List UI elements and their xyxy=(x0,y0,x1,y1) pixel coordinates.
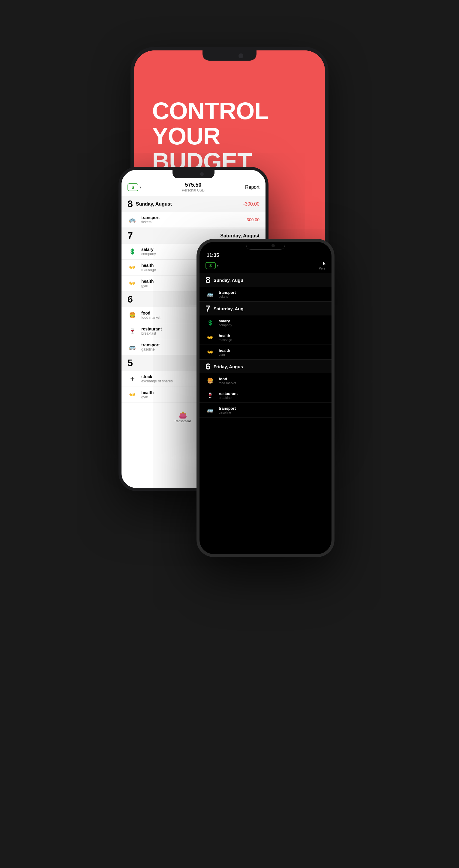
wallet-icon: 👛 xyxy=(179,411,187,419)
dark-health-icon: 👐 xyxy=(205,333,215,342)
camera-light xyxy=(200,172,204,176)
dark-day-label-8: Sunday, Augu xyxy=(214,278,243,283)
dark-transaction-item: 👐 health massage xyxy=(199,330,331,345)
dark-txn-details: transport tickets xyxy=(219,290,326,298)
dark-txn-details: transport gasoline xyxy=(219,406,326,414)
transport-icon: 🚌 xyxy=(128,342,137,352)
dark-txn-category: transport xyxy=(219,290,326,295)
stock-icon: ＋ xyxy=(128,374,137,383)
dark-date-header-8: 8 Sunday, Augu xyxy=(199,273,331,287)
dark-txn-category: food xyxy=(219,377,326,381)
side-btn-left2-dark xyxy=(197,308,197,329)
day-total-8: -300.00 xyxy=(243,202,260,207)
dark-day-number-6: 6 xyxy=(205,361,210,372)
headline: CONTROL YOUR BUDGET xyxy=(152,98,269,174)
dark-transaction-item: 👐 health gym xyxy=(199,345,331,360)
dark-transaction-item: 🚌 transport tickets xyxy=(199,287,331,302)
txn-subcategory: tickets xyxy=(141,220,245,224)
nav-transactions[interactable]: 👛 Transactions xyxy=(174,411,191,423)
dark-txn-details: food food market xyxy=(219,377,326,385)
dark-txn-subcategory: tickets xyxy=(219,295,326,298)
health-gym2-icon: 👐 xyxy=(128,390,137,400)
dark-txn-category: health xyxy=(219,348,326,353)
day-number-5: 5 xyxy=(128,358,133,369)
dark-currency-button[interactable]: $ ▾ xyxy=(205,262,219,269)
headline-line1: CONTROL xyxy=(152,98,269,124)
txn-category: transport xyxy=(141,215,245,220)
dark-chevron-down-icon: ▾ xyxy=(217,264,219,268)
side-btn-left1-bg xyxy=(131,98,132,111)
dark-txn-category: transport xyxy=(219,406,326,411)
dark-transaction-list: 8 Sunday, Augu 🚌 transport tickets 7 Sat… xyxy=(199,273,331,417)
health-icon: 👐 xyxy=(128,262,137,272)
side-btn-left2-light xyxy=(119,236,119,257)
side-btn-left3-bg xyxy=(131,144,132,164)
txn-amount: -300.00 xyxy=(245,217,260,222)
dark-txn-details: salary company xyxy=(219,319,326,327)
dark-health-gym-icon: 👐 xyxy=(205,347,215,356)
camera-bg xyxy=(238,54,243,58)
dark-bus-icon: 🚌 xyxy=(205,290,215,299)
side-btn-left1-light xyxy=(119,218,119,230)
dark-txn-category: health xyxy=(219,334,326,338)
dark-txn-subcategory: company xyxy=(219,323,326,327)
dark-txn-details: restaurant breakfast xyxy=(219,392,326,400)
notch-dark xyxy=(246,242,285,250)
dark-balance-amount: 5 xyxy=(319,261,326,267)
dark-txn-category: salary xyxy=(219,319,326,323)
scene: CONTROL YOUR BUDGET $ ▾ 575.50 Personal … xyxy=(95,29,364,839)
dark-txn-subcategory: massage xyxy=(219,338,326,342)
camera-dark xyxy=(271,244,275,247)
phone-dark: 11:35 $ ▾ 5 Pers 8 Sunday, Augu 🚌 xyxy=(197,239,334,557)
date-header-8: 8 Sunday, August -300.00 xyxy=(122,196,265,212)
salary-icon: 💲 xyxy=(128,247,137,256)
dark-salary-icon: 💲 xyxy=(205,318,215,327)
day-label-8: Sunday, August xyxy=(136,202,172,207)
dark-day-label-7: Saturday, Aug xyxy=(214,306,243,311)
report-button[interactable]: Report xyxy=(245,185,260,190)
dark-txn-subcategory: food market xyxy=(219,381,326,385)
dark-transport2-icon: 🚌 xyxy=(205,405,215,414)
dark-currency-icon: $ xyxy=(205,262,216,269)
side-btn-left1-dark xyxy=(197,290,197,302)
side-btn-left2-bg xyxy=(131,117,132,137)
dark-day-number-8: 8 xyxy=(205,275,210,285)
notch-light xyxy=(172,170,215,178)
restaurant-icon: 🍷 xyxy=(128,326,137,336)
dark-txn-details: health massage xyxy=(219,334,326,342)
side-btn-right-bg xyxy=(327,111,328,134)
balance-display: 575.50 Personal USD xyxy=(182,182,205,192)
nav-transactions-label: Transactions xyxy=(174,420,191,423)
dark-restaurant-icon: 🍷 xyxy=(205,391,215,400)
dark-transaction-item: 🍔 food food market xyxy=(199,373,331,388)
day-number-6: 6 xyxy=(128,294,133,305)
dark-balance-label: Pers xyxy=(319,267,326,270)
dark-day-label-6: Friday, Augus xyxy=(214,364,243,369)
dark-txn-subcategory: gasoline xyxy=(219,411,326,414)
balance-amount: 575.50 xyxy=(182,182,205,188)
side-btn-right-dark xyxy=(334,302,334,326)
dark-app-header: $ ▾ 5 Pers xyxy=(199,260,331,273)
dark-date-header-6: 6 Friday, Augus xyxy=(199,360,331,373)
bus-icon: 🚌 xyxy=(128,215,137,224)
health-gym-icon: 👐 xyxy=(128,279,137,288)
dark-transaction-item: 🍷 restaurant breakfast xyxy=(199,388,331,403)
day-number-8: 8 xyxy=(128,198,133,210)
dark-day-number-7: 7 xyxy=(205,304,210,314)
dark-balance-display: 5 Pers xyxy=(319,261,326,270)
currency-button[interactable]: $ ▾ xyxy=(128,183,141,191)
dark-txn-subcategory: breakfast xyxy=(219,396,326,400)
side-btn-left3-light xyxy=(119,263,119,284)
dark-txn-category: restaurant xyxy=(219,392,326,396)
currency-icon: $ xyxy=(128,183,138,191)
side-btn-left3-dark xyxy=(197,335,197,356)
dark-date-header-7: 7 Saturday, Aug xyxy=(199,302,331,315)
notch-bg xyxy=(202,51,257,61)
food-icon: 🍔 xyxy=(128,310,137,320)
dark-time: 11:35 xyxy=(207,253,219,258)
balance-label: Personal USD xyxy=(182,188,205,192)
dark-food-icon: 🍔 xyxy=(205,376,215,385)
day-number-7: 7 xyxy=(128,230,133,241)
transaction-item: 🚌 transport tickets -300.00 xyxy=(122,212,265,228)
dark-transaction-item: 🚌 transport gasoline xyxy=(199,403,331,417)
